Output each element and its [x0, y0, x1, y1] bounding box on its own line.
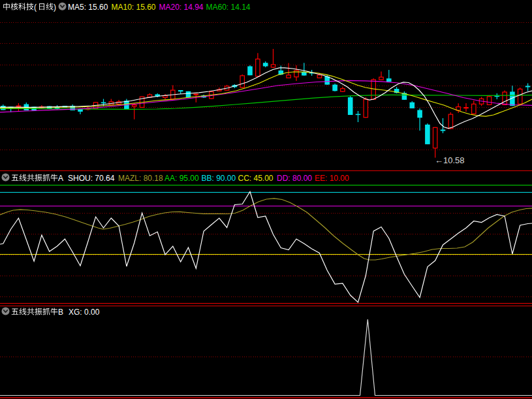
- svg-text:DD: 80.00: DD: 80.00: [277, 174, 312, 183]
- svg-text:MA10: 15.60: MA10: 15.60: [112, 3, 156, 12]
- svg-text:(: (: [34, 3, 37, 12]
- svg-text:←10.58: ←10.58: [435, 155, 465, 165]
- svg-text:MA5: 15.60: MA5: 15.60: [68, 3, 108, 12]
- svg-text:XG: 0.00: XG: 0.00: [69, 308, 100, 317]
- svg-text:EE: 10.00: EE: 10.00: [315, 174, 349, 183]
- svg-text:B: B: [58, 308, 63, 317]
- svg-text:AA: 95.00: AA: 95.00: [164, 174, 199, 183]
- svg-text:A: A: [58, 174, 63, 183]
- svg-text:MA60: 14.14: MA60: 14.14: [206, 3, 251, 12]
- svg-text:BB: 90.00: BB: 90.00: [202, 174, 236, 183]
- svg-text:SHOU: 70.64: SHOU: 70.64: [68, 174, 115, 183]
- svg-text:MAZL: 80.18: MAZL: 80.18: [118, 174, 163, 183]
- svg-text:MA20: 14.94: MA20: 14.94: [159, 3, 204, 12]
- svg-text:): ): [54, 3, 56, 12]
- svg-text:CC: 45.00: CC: 45.00: [238, 174, 274, 183]
